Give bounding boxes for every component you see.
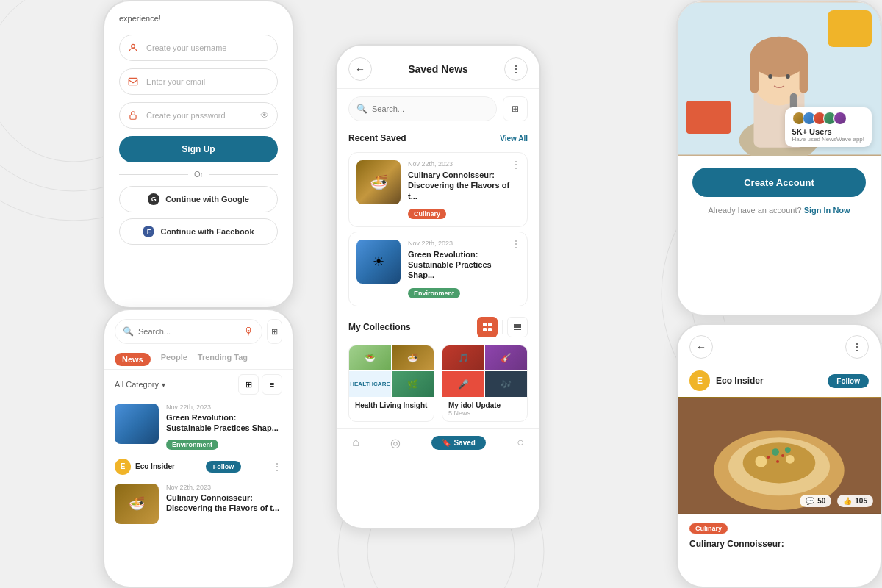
nav-saved-button[interactable]: 🔖 Saved [431,436,485,450]
eco-header: ← ⋮ [678,325,881,366]
avatar [833,112,847,125]
back-button[interactable]: ← [348,57,372,81]
toggle-password-icon[interactable]: 👁 [260,110,269,121]
feed-title-2: Culinary Connoisseur: Discovering the Fl… [166,492,282,514]
collections-icons [477,317,528,337]
nav-explore-button[interactable]: ◎ [390,436,401,450]
feed-date: Nov 22th, 2023 [166,404,282,411]
svg-point-32 [743,442,816,483]
coll-img: HEALTHCARE [349,371,391,397]
follow-button[interactable]: Follow [206,461,242,473]
environment-tag[interactable]: Environment [166,440,218,450]
signin-prompt: Already have an account? Sign In Now [692,206,866,215]
email-input[interactable] [119,68,278,95]
user-icon [128,43,138,53]
feed-title: Green Revolution: Sustainable Practices … [166,412,282,434]
facebook-label: Continue with Facebook [160,227,254,236]
author-info: E Eco Insider [115,459,175,475]
view-icons: ⊞ ≡ [238,374,282,395]
like-icon: 👍 [843,497,852,505]
news-search-wrap: 🔍 🎙 [115,319,262,344]
create-account-phone: 5K+ Users Have used NewsWave app! Create… [676,0,882,316]
svg-point-8 [132,45,135,49]
account-image-section: 5K+ Users Have used NewsWave app! [678,1,881,156]
tab-news[interactable]: News [115,353,151,366]
eco-food-image: 💬 50 👍 105 [678,397,881,514]
card-more-button[interactable]: ⋮ [511,159,521,171]
list-view-button[interactable]: ≡ [262,374,282,395]
solar-panel-thumbnail [115,404,159,444]
tab-people[interactable]: People [161,353,187,366]
likes-badge[interactable]: 👍 105 [837,495,873,507]
create-account-button[interactable]: Create Account [692,168,866,197]
eco-article-title: Culinary Connoisseur: [689,538,869,551]
svg-rect-13 [483,328,487,331]
bottom-nav: ⌂ ◎ 🔖 Saved ○ [337,428,539,457]
collection-item[interactable]: 🥗 🍜 HEALTHCARE 🌿 Health Living Insight [348,345,434,422]
more-options-button[interactable]: ⋮ [272,461,282,473]
collection-count: 5 News [448,409,521,417]
avatars-row [792,112,847,125]
collection-info: Health Living Insight [349,397,434,414]
culinary-tag[interactable]: Culinary [689,523,728,534]
chevron-down-icon: ▾ [162,381,165,389]
profile-icon: ○ [517,436,524,449]
news-search-input[interactable] [138,327,240,336]
collection-item[interactable]: 🎵 🎸 🎤 🎶 My idol Update 5 News [442,345,528,422]
author-avatar: E [115,459,131,475]
collections-grid: 🥗 🍜 HEALTHCARE 🌿 Health Living Insight 🎵… [348,345,528,422]
tab-trending[interactable]: Trending Tag [198,353,248,366]
feed-date-2: Nov 22th, 2023 [166,484,282,491]
list-view-button[interactable] [507,317,528,337]
password-input[interactable] [119,102,278,129]
comments-badge[interactable]: 💬 50 [800,495,831,507]
culinary-tag[interactable]: Culinary [408,209,446,219]
recent-saved-label: Recent Saved [348,133,406,143]
view-all-link[interactable]: View All [500,135,528,143]
svg-point-33 [755,456,767,467]
search-icon: 🔍 [123,326,134,337]
svg-rect-9 [129,79,137,85]
signup-button[interactable]: Sign Up [119,136,278,162]
or-divider: Or [119,170,278,179]
tabs-row: News People Trending Tag [104,350,293,370]
more-options-button[interactable]: ⋮ [845,335,869,359]
google-signin-button[interactable]: G Continue with Google [119,186,278,212]
coll-img: 🎸 [485,345,527,371]
category-label[interactable]: All Category ▾ [115,380,165,389]
search-input[interactable] [372,104,489,113]
mic-icon[interactable]: 🎙 [244,326,254,337]
grid-view-button[interactable]: ⊞ [238,374,259,395]
grid-view-button[interactable] [477,317,498,337]
author-name: Eco Insider [135,462,175,470]
nav-home-button[interactable]: ⌂ [352,436,359,449]
news-date: Nov 22th, 2023 [408,160,520,168]
google-icon: G [148,193,159,205]
collections-header: My Collections [348,317,528,337]
facebook-signin-button[interactable]: F Continue with Facebook [119,218,278,245]
news-feed-card: Nov 22th, 2023 Green Revolution: Sustain… [115,404,282,450]
news-feed-phone: 🔍 🎙 ⊞ News People Trending Tag All Categ… [103,309,294,588]
svg-point-37 [767,456,770,459]
more-options-button[interactable]: ⋮ [504,57,528,81]
nav-profile-button[interactable]: ○ [517,436,524,449]
news-card-content: Nov 22th, 2023 Green Revolution: Sustain… [408,240,520,298]
search-input-wrap: 🔍 [348,96,497,121]
card-more-button[interactable]: ⋮ [511,238,521,250]
eco-author-name: Eco Insider [716,376,764,386]
filter-button[interactable]: ⊞ [503,96,528,121]
svg-rect-23 [750,57,759,93]
username-input[interactable] [119,35,278,61]
svg-point-35 [772,448,779,456]
svg-rect-10 [130,115,136,120]
news-filter-button[interactable]: ⊞ [267,319,282,344]
back-button[interactable]: ← [689,335,713,359]
or-label: Or [194,170,203,179]
home-icon: ⌂ [352,436,359,449]
signin-link[interactable]: Sign In Now [804,206,850,215]
environment-tag[interactable]: Environment [408,288,460,298]
coll-img: 🎤 [442,371,484,397]
eco-follow-button[interactable]: Follow [828,374,869,388]
collection-name: My idol Update [448,401,521,409]
yellow-decoration [828,10,872,47]
